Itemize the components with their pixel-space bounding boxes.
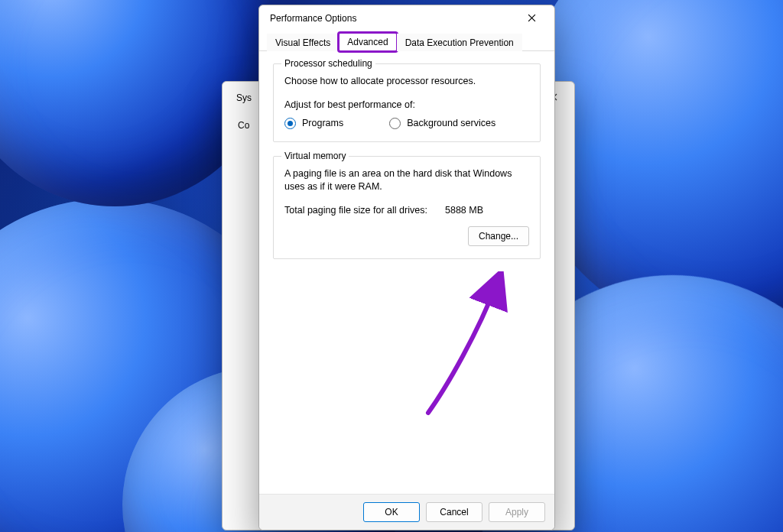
dialog-content: Processor scheduling Choose how to alloc… [259, 51, 554, 494]
close-icon [528, 11, 536, 25]
ok-button[interactable]: OK [363, 502, 420, 522]
performance-radio-group: Programs Background services [284, 118, 529, 129]
radio-programs[interactable]: Programs [284, 118, 343, 129]
radio-background-services[interactable]: Background services [389, 118, 495, 129]
radio-background-label: Background services [407, 118, 495, 128]
vm-total-value: 5888 MB [445, 205, 483, 216]
performance-options-dialog: Performance Options Visual Effects Advan… [258, 5, 555, 530]
vm-total-label: Total paging file size for all drives: [284, 205, 445, 216]
group-virtual-memory: Virtual memory A paging file is an area … [273, 156, 541, 259]
close-button[interactable] [515, 8, 548, 28]
radio-programs-label: Programs [302, 118, 343, 128]
group-legend-vm: Virtual memory [281, 151, 349, 161]
radio-dot-icon [389, 118, 401, 129]
vm-description: A paging file is an area on the hard dis… [284, 167, 529, 194]
group-processor-scheduling: Processor scheduling Choose how to alloc… [273, 63, 541, 142]
system-properties-body-text: Co [238, 120, 249, 131]
tab-dep[interactable]: Data Execution Prevention [397, 34, 522, 51]
titlebar: Performance Options [259, 5, 554, 31]
tab-advanced[interactable]: Advanced [339, 33, 396, 51]
tab-bar: Visual Effects Advanced Data Execution P… [259, 31, 554, 51]
adjust-for-label: Adjust for best performance of: [284, 99, 529, 110]
vm-total-row: Total paging file size for all drives: 5… [284, 205, 529, 216]
change-button[interactable]: Change... [468, 226, 529, 246]
processor-description: Choose how to allocate processor resourc… [284, 75, 529, 89]
dialog-footer: OK Cancel Apply [259, 494, 554, 530]
cancel-button[interactable]: Cancel [426, 502, 482, 522]
radio-dot-icon [284, 118, 296, 129]
group-legend-processor: Processor scheduling [281, 58, 375, 69]
apply-button[interactable]: Apply [489, 502, 545, 522]
dialog-title: Performance Options [270, 13, 515, 24]
tab-visual-effects[interactable]: Visual Effects [267, 34, 339, 51]
